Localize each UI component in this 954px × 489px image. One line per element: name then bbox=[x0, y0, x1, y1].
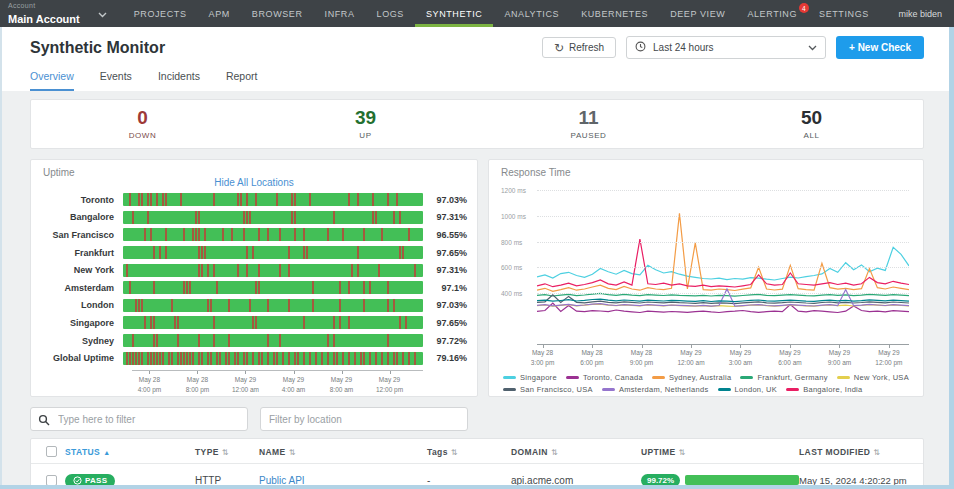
downtime-mark bbox=[279, 264, 281, 277]
legend-item[interactable]: Sydney, Australia bbox=[652, 373, 732, 382]
tab-report[interactable]: Report bbox=[226, 70, 258, 91]
nav-item-synthetic[interactable]: SYNTHETIC bbox=[415, 0, 493, 27]
uptime-row-label: Singapore bbox=[43, 318, 123, 328]
downtime-mark bbox=[198, 264, 200, 277]
downtime-mark bbox=[279, 334, 281, 347]
downtime-mark bbox=[228, 299, 230, 312]
nav-item-projects[interactable]: PROJECTS bbox=[123, 0, 198, 27]
series-sydney-australia bbox=[537, 213, 909, 291]
downtime-mark bbox=[132, 334, 134, 347]
downtime-mark bbox=[171, 352, 173, 365]
downtime-mark bbox=[159, 352, 161, 365]
axis-tick bbox=[245, 371, 246, 374]
new-check-button[interactable]: + New Check bbox=[836, 36, 924, 59]
nav-item-settings[interactable]: SETTINGS bbox=[808, 0, 880, 27]
column-header-last-modified[interactable]: LAST MODIFIED⇅ bbox=[799, 447, 949, 457]
y-axis-label: 800 ms bbox=[501, 238, 522, 245]
nav-item-apm[interactable]: APM bbox=[198, 0, 241, 27]
downtime-mark bbox=[303, 228, 305, 241]
downtime-mark bbox=[174, 316, 176, 329]
uptime-bar bbox=[123, 281, 423, 294]
downtime-mark bbox=[195, 211, 197, 224]
tab-overview[interactable]: Overview bbox=[30, 70, 74, 91]
page-header: Synthetic Monitor ↻ Refresh Last 24 hour… bbox=[0, 27, 954, 91]
tab-events[interactable]: Events bbox=[100, 70, 132, 91]
filter-location-input[interactable] bbox=[260, 407, 468, 431]
downtime-mark bbox=[303, 316, 305, 329]
stat-value: 50 bbox=[700, 107, 923, 129]
refresh-button[interactable]: ↻ Refresh bbox=[542, 37, 616, 58]
downtime-mark bbox=[354, 352, 356, 365]
downtime-mark bbox=[261, 352, 263, 365]
nav-item-infra[interactable]: INFRA bbox=[314, 0, 366, 27]
downtime-mark bbox=[177, 316, 179, 329]
legend-swatch bbox=[837, 376, 850, 379]
column-header-status[interactable]: STATUS▲ bbox=[65, 447, 195, 457]
stat-up: 39UP bbox=[254, 107, 477, 140]
legend-item[interactable]: New York, USA bbox=[837, 373, 909, 382]
search-icon bbox=[38, 412, 50, 430]
user-menu[interactable]: mike biden bbox=[898, 0, 954, 27]
column-header-tags[interactable]: Tags⇅ bbox=[427, 447, 511, 457]
downtime-mark bbox=[165, 228, 167, 241]
nav-item-alerting[interactable]: ALERTING4 bbox=[736, 0, 808, 27]
downtime-mark bbox=[402, 246, 404, 259]
window-edge bbox=[949, 27, 954, 489]
legend-item[interactable]: Amsterdam, Netherlands bbox=[602, 385, 709, 394]
check-name-link[interactable]: Public API bbox=[259, 475, 427, 486]
downtime-mark bbox=[303, 246, 305, 259]
downtime-mark bbox=[171, 299, 173, 312]
nav-item-analytics[interactable]: ANALYTICS bbox=[493, 0, 570, 27]
legend-item[interactable]: Frankfurt, Germany bbox=[740, 373, 827, 382]
downtime-mark bbox=[132, 211, 134, 224]
hide-all-locations-link[interactable]: Hide All Locations bbox=[31, 177, 477, 188]
legend-item[interactable]: Bangalore, India bbox=[786, 385, 862, 394]
account-label: Account bbox=[8, 2, 80, 9]
downtime-mark bbox=[405, 316, 407, 329]
nav-item-deep-view[interactable]: DEEP VIEW bbox=[659, 0, 736, 27]
nav-item-kubernetes[interactable]: KUBERNETES bbox=[570, 0, 659, 27]
uptime-panel: Uptime Hide All Locations Toronto97.03%B… bbox=[30, 159, 478, 397]
column-header-type[interactable]: TYPE⇅ bbox=[195, 447, 259, 457]
downtime-mark bbox=[381, 352, 383, 365]
uptime-row-value: 97.65% bbox=[423, 248, 467, 258]
nav-item-browser[interactable]: BROWSER bbox=[241, 0, 314, 27]
time-range-select[interactable]: Last 24 hours bbox=[626, 36, 826, 59]
downtime-mark bbox=[336, 352, 338, 365]
uptime-row: Frankfurt97.65% bbox=[43, 244, 467, 262]
downtime-mark bbox=[375, 352, 377, 365]
downtime-mark bbox=[150, 352, 152, 365]
row-checkbox[interactable] bbox=[46, 475, 57, 486]
select-all-checkbox[interactable] bbox=[46, 446, 57, 457]
filter-search-input[interactable] bbox=[30, 407, 248, 431]
downtime-mark bbox=[399, 246, 401, 259]
tags-cell: - bbox=[427, 475, 511, 486]
tab-incidents[interactable]: Incidents bbox=[158, 70, 200, 91]
column-header-uptime[interactable]: UPTIME⇅ bbox=[641, 447, 799, 457]
uptime-bar bbox=[123, 211, 423, 224]
column-header-domain[interactable]: DOMAIN⇅ bbox=[511, 447, 641, 457]
nav-item-logs[interactable]: LOGS bbox=[366, 0, 415, 27]
legend-item[interactable]: London, UK bbox=[718, 385, 778, 394]
downtime-mark bbox=[414, 352, 416, 365]
legend-item[interactable]: San Francisco, USA bbox=[503, 385, 593, 394]
stat-label: UP bbox=[254, 131, 477, 140]
y-axis-label: 400 ms bbox=[501, 289, 522, 296]
column-header-name[interactable]: NAME⇅ bbox=[259, 447, 427, 457]
downtime-mark bbox=[255, 193, 257, 206]
uptime-chart: Toronto97.03%Bangalore97.31%San Francisc… bbox=[31, 191, 477, 367]
downtime-mark bbox=[312, 281, 314, 294]
downtime-mark bbox=[210, 352, 212, 365]
downtime-mark bbox=[333, 316, 335, 329]
top-nav: Account Main Account PROJECTSAPMBROWSERI… bbox=[0, 0, 954, 27]
downtime-mark bbox=[153, 246, 155, 259]
sort-icon: ⇅ bbox=[289, 448, 296, 457]
downtime-mark bbox=[291, 193, 293, 206]
downtime-mark bbox=[246, 211, 248, 224]
downtime-mark bbox=[408, 228, 410, 241]
legend-item[interactable]: Toronto, Canada bbox=[566, 373, 643, 382]
account-switcher[interactable]: Account Main Account bbox=[0, 0, 117, 27]
uptime-bar bbox=[123, 316, 423, 329]
domain-cell: api.acme.com bbox=[511, 475, 641, 486]
legend-item[interactable]: Singapore bbox=[503, 373, 557, 382]
